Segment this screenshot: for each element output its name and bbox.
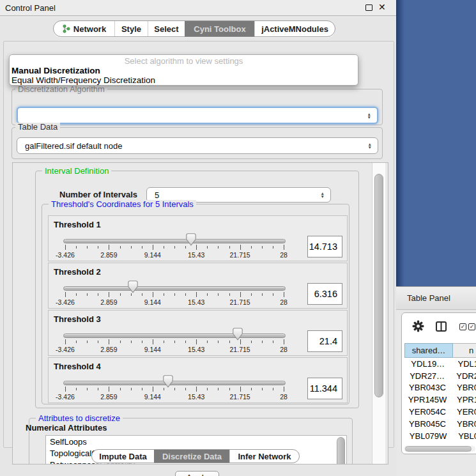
column-visibility-button[interactable] [436,321,447,334]
table-settings-button[interactable] [412,320,424,335]
tick [109,292,109,297]
cell-shared-name[interactable]: YPR145W [404,395,450,404]
threshold-row: Threshold 4-3.4262.8599.14415.4321.71528… [48,357,348,403]
dropdown-option-equal-width[interactable]: Equal Width/Frequency Discretization [12,75,357,85]
dropdown-option-manual[interactable]: Manual Discretization [12,66,357,75]
tab-discretize-data[interactable]: Discretize Data [154,450,229,463]
slider-track[interactable] [63,286,286,291]
table-row[interactable]: YLR345WYLR3 [404,442,476,445]
table-row[interactable]: YDR27…YDR2 [404,370,476,382]
cell-name[interactable]: YER0 [450,407,476,417]
slider-thumb[interactable] [233,328,243,341]
checkbox-icon[interactable]: ✓ [459,323,466,330]
cell-shared-name[interactable]: YBL079W [404,431,452,441]
network-desktop: GAL80GACGAL11GAL4GCY1HHAP2 [396,0,476,291]
tick-label: 9.144 [138,251,167,259]
cell-shared-name[interactable]: YDL19… [404,359,451,369]
tick [251,293,252,296]
table-row[interactable]: YBL079WYBL0 [404,430,476,442]
tick [142,341,142,343]
tick [131,341,132,343]
cell-shared-name[interactable]: YDR27… [404,371,450,381]
float-window-icon[interactable] [365,4,372,11]
cell-name[interactable]: YDR2 [450,371,476,381]
tick [120,388,121,390]
table-header-row: shared… n [404,343,476,358]
table-panel: ✓ ✓ shared… n YDL19…YDL1YDR27…YDR2YBR043… [396,311,476,476]
table-row[interactable]: YPR145WYPR1 [404,394,476,406]
tab-network[interactable]: Network [54,21,114,36]
tick [164,388,164,390]
threshold-value-field[interactable]: 21.4 [307,330,342,352]
cell-name[interactable]: YBR0 [450,383,476,392]
threshold-value-field[interactable]: 11.344 [307,378,342,399]
tick [65,387,66,392]
table-hscrollbar-thumb[interactable] [405,446,472,452]
slider-track[interactable] [63,334,286,338]
tab-infer-network[interactable]: Infer Network [229,450,299,463]
tick [284,339,284,344]
tab-impute-data[interactable]: Impute Data [92,450,154,463]
cell-name[interactable]: YPR1 [450,395,476,404]
tick [87,246,88,249]
attribute-item[interactable]: SelfLoops [46,436,346,447]
cell-name[interactable]: YBR0 [450,419,476,429]
tab-style[interactable]: Style [114,21,148,36]
tick [142,246,142,249]
slider-track[interactable] [63,239,286,243]
columns-icon[interactable] [436,321,447,332]
slider-thumb[interactable] [186,233,196,246]
tick [185,341,186,343]
tick [273,388,273,390]
table-row[interactable]: YBR043CYBR0 [404,382,476,394]
cell-shared-name[interactable]: YBR045C [404,419,450,429]
threshold-label: Threshold 3 [54,314,101,324]
gear-icon[interactable] [412,320,424,332]
table-row[interactable]: YER054CYER0 [404,406,476,418]
tick-label: -3.426 [50,393,80,401]
checkbox-icon[interactable]: ✓ [468,323,475,330]
numerical-attributes-label: Numerical Attributes [26,423,107,433]
threshold-value-field[interactable]: 6.316 [307,283,342,305]
tab-select[interactable]: Select [148,21,185,36]
algorithm-combo[interactable]: ▲▼ [17,107,378,124]
tick-label: 9.144 [138,393,167,401]
column-header-shared-name[interactable]: shared… [404,343,453,358]
table-row[interactable]: YDL19…YDL1 [404,358,476,370]
panel-scrollbar-thumb[interactable] [374,174,383,397]
tick [87,388,88,390]
cell-shared-name[interactable]: YBR043C [404,383,450,392]
tick [153,292,153,297]
table-data-combo[interactable]: galFiltered.sif default node ▲▼ [17,137,378,154]
tick [185,293,186,296]
tick [142,293,142,296]
cell-name[interactable]: YBL0 [452,431,476,441]
tick [273,246,273,249]
slider-thumb[interactable] [128,280,138,293]
tick [218,388,219,390]
table-hscrollbar[interactable] [404,446,475,452]
close-icon[interactable]: ✕ [378,2,386,12]
network-icon [62,24,70,33]
cell-name[interactable]: YLR3 [451,443,476,445]
tick [65,292,66,297]
tab-cyni-toolbox[interactable]: Cyni Toolbox [185,21,254,36]
tick [98,293,98,296]
list-scrollbar-thumb[interactable] [337,437,345,464]
slider-thumb[interactable] [163,375,173,388]
apply-button[interactable]: Apply [175,471,219,476]
tab-jactivemnodules[interactable]: jActiveMNodules [254,21,335,36]
slider-track[interactable] [63,381,286,385]
tick [207,388,208,390]
panel-scrollbar[interactable] [372,163,385,464]
tick [65,339,66,344]
tick [240,292,241,297]
column-header-name[interactable]: n [453,343,476,358]
cell-shared-name[interactable]: YLR345W [404,443,451,445]
cell-name[interactable]: YDL1 [451,359,476,369]
cell-shared-name[interactable]: YER054C [404,407,450,417]
table-row[interactable]: YBR045CYBR0 [404,418,476,430]
threshold-value-field[interactable]: 14.713 [307,236,342,257]
tick [185,246,186,249]
tick [262,388,263,390]
